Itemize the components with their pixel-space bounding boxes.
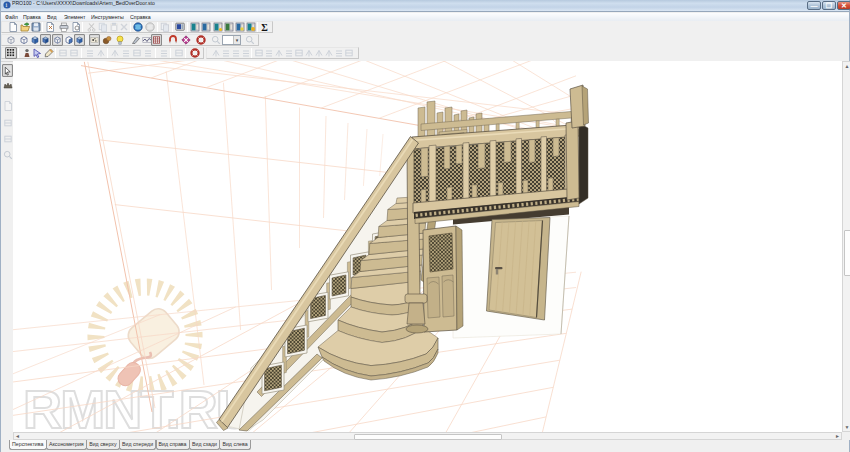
- svg-text:Σ: Σ: [261, 22, 268, 32]
- svg-text:i: i: [5, 1, 7, 8]
